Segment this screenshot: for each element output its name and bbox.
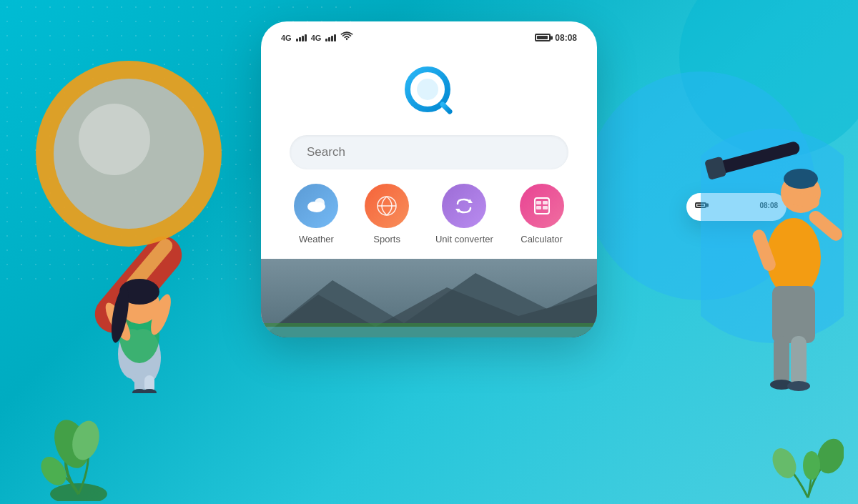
boy-with-telescope-illustration: [701, 93, 844, 422]
svg-rect-44: [536, 201, 541, 204]
app-logo: [403, 65, 455, 117]
calculator-icon-circle[interactable]: [520, 184, 564, 228]
weather-icon-circle[interactable]: [294, 184, 338, 228]
signal-bars-2: [325, 34, 336, 41]
svg-rect-47: [543, 206, 548, 209]
app-icon-item-calculator[interactable]: Calculator: [520, 184, 564, 244]
svg-point-28: [787, 381, 810, 391]
svg-point-10: [142, 389, 157, 393]
app-icon-item-sports[interactable]: Sports: [365, 184, 409, 244]
svg-rect-24: [772, 286, 815, 343]
svg-rect-26: [791, 336, 807, 386]
sports-label: Sports: [373, 234, 400, 244]
signal-bars-1: [296, 34, 307, 41]
app-icons-row: Weather Sports: [261, 184, 597, 259]
converter-icon-circle[interactable]: [442, 184, 486, 228]
svg-line-33: [443, 104, 450, 112]
search-input[interactable]: [290, 135, 568, 169]
svg-point-59: [803, 451, 820, 480]
svg-rect-25: [774, 336, 789, 386]
mountain-svg: [261, 259, 597, 337]
phone-card-main: 4G 4G: [261, 21, 597, 337]
time-display: 08:08: [555, 33, 577, 43]
search-bar-wrap[interactable]: [261, 124, 597, 184]
status-bar: 4G 4G: [261, 21, 597, 51]
sports-icon-circle[interactable]: [365, 184, 409, 228]
svg-rect-52: [261, 327, 597, 337]
app-icon-item-converter[interactable]: Unit converter: [435, 184, 493, 244]
svg-point-34: [417, 79, 438, 100]
bottom-image: [261, 259, 597, 337]
wifi-icon: [340, 31, 353, 44]
svg-point-4: [79, 104, 150, 175]
svg-point-22: [804, 180, 815, 187]
magnifying-glass-illustration: [29, 36, 265, 393]
status-left: 4G 4G: [281, 31, 353, 44]
app-icon-item-weather[interactable]: Weather: [294, 184, 338, 244]
svg-rect-46: [536, 206, 541, 209]
svg-point-23: [766, 218, 821, 297]
plant-left: [36, 415, 122, 504]
battery-fill: [537, 36, 547, 39]
plant-right: [772, 430, 844, 504]
signal-1-label: 4G: [281, 34, 292, 42]
svg-point-38: [310, 204, 324, 212]
battery-icon: [535, 34, 551, 41]
svg-rect-45: [543, 201, 548, 204]
calculator-label: Calculator: [521, 234, 563, 244]
mountain-scene: [261, 259, 597, 337]
status-right: 08:08: [535, 33, 577, 43]
app-logo-wrap: [261, 51, 597, 124]
weather-label: Weather: [299, 234, 334, 244]
signal-2-label: 4G: [311, 34, 322, 42]
converter-label: Unit converter: [435, 234, 493, 244]
